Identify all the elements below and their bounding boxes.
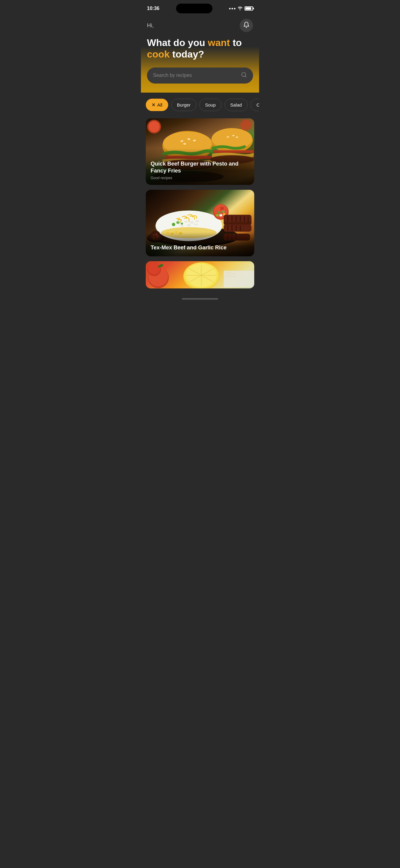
svg-rect-42 (220, 207, 224, 210)
svg-point-33 (194, 223, 198, 225)
headline-part3: today? (170, 49, 204, 60)
category-soup-label: Soup (205, 102, 216, 107)
category-all[interactable]: ✕ All (146, 99, 168, 111)
status-time: 10:36 (147, 6, 160, 11)
greeting-text: Hi, (147, 22, 154, 29)
headline: What do you want to cook today? (147, 37, 253, 60)
svg-rect-46 (220, 214, 222, 216)
notification-button[interactable] (240, 19, 253, 32)
svg-line-1 (245, 76, 246, 77)
svg-point-28 (184, 221, 188, 222)
category-all-label: All (157, 102, 163, 107)
recipes-list: Quick Beef Burger with Pesto and Fancy F… (141, 117, 259, 294)
svg-point-31 (180, 225, 184, 227)
svg-point-32 (187, 224, 191, 226)
categories-bar: ✕ All Burger Soup Salad Chicken (141, 93, 259, 117)
recipe-card-overlay-rice: Tex-Mex Beef and Garlic Rice (146, 232, 254, 256)
svg-point-30 (195, 220, 199, 222)
svg-rect-75 (224, 271, 254, 287)
bottom-indicator (141, 294, 259, 303)
svg-point-55 (181, 222, 183, 224)
lemon-image (146, 261, 254, 288)
headline-cook: cook (147, 49, 170, 60)
category-burger-label: Burger (177, 102, 191, 107)
status-icons (229, 6, 253, 11)
svg-point-53 (172, 223, 175, 226)
search-icon (241, 72, 247, 79)
notch (176, 4, 212, 13)
header-top: Hi, (147, 19, 253, 32)
signal-icon (229, 8, 235, 9)
status-bar: 10:36 (141, 0, 259, 16)
svg-point-66 (148, 262, 160, 274)
recipe-card-lemon[interactable] (146, 261, 254, 288)
svg-rect-41 (217, 208, 220, 210)
svg-point-21 (240, 120, 252, 131)
category-burger[interactable]: Burger (171, 99, 196, 111)
recipe-subtitle-burger: Good recipes (151, 176, 249, 180)
category-chicken[interactable]: Chicken (251, 99, 259, 111)
category-salad[interactable]: Salad (225, 99, 248, 111)
recipe-title-rice: Tex-Mex Beef and Garlic Rice (151, 244, 249, 251)
recipe-title-burger: Quick Beef Burger with Pesto and Fancy F… (151, 160, 249, 175)
recipe-card-overlay-burger: Quick Beef Burger with Pesto and Fancy F… (146, 148, 254, 185)
all-icon: ✕ (151, 102, 155, 108)
recipe-card-burger[interactable]: Quick Beef Burger with Pesto and Fancy F… (146, 118, 254, 185)
category-chicken-label: Chicken (256, 102, 259, 107)
search-bar[interactable] (147, 67, 253, 84)
headline-want: want (208, 37, 230, 48)
header-area: Hi, What do you want to cook today? (141, 16, 259, 93)
headline-part1: What do you (147, 37, 208, 48)
category-salad-label: Salad (230, 102, 242, 107)
svg-point-54 (176, 221, 179, 224)
svg-rect-43 (224, 209, 227, 211)
svg-rect-48 (216, 214, 219, 216)
search-input[interactable] (153, 73, 238, 78)
battery-icon (245, 6, 253, 10)
wifi-icon (237, 6, 243, 11)
svg-point-29 (190, 221, 194, 223)
main-content: ✕ All Burger Soup Salad Chicken (141, 93, 259, 294)
headline-part2: to (230, 37, 242, 48)
home-indicator (182, 298, 218, 300)
recipe-card-rice[interactable]: Tex-Mex Beef and Garlic Rice (146, 190, 254, 256)
svg-rect-45 (222, 210, 224, 213)
category-soup[interactable]: Soup (199, 99, 222, 111)
svg-point-20 (148, 121, 160, 132)
bell-icon (243, 22, 250, 30)
svg-rect-44 (218, 211, 220, 213)
